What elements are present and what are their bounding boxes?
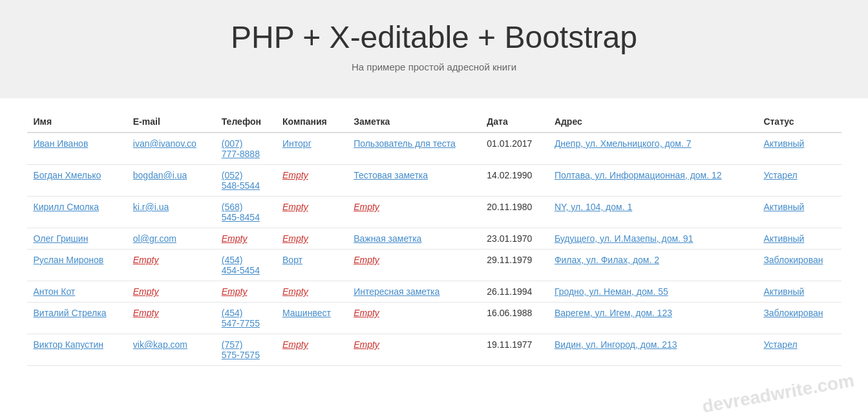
- row-phone-link[interactable]: (757) 575-7575: [222, 339, 260, 360]
- table-row: Виктор Капустинvik@kap.com(757) 575-7575…: [27, 334, 842, 366]
- row-note-link[interactable]: Интересная заметка: [354, 286, 439, 297]
- row-date: 01.01.2017: [480, 133, 548, 165]
- row-phone-link[interactable]: (568) 545-8454: [222, 202, 260, 222]
- row-note-empty[interactable]: Empty: [354, 255, 379, 265]
- col-status: Статус: [757, 111, 841, 133]
- row-date: 20.11.1980: [480, 197, 548, 228]
- row-phone-link[interactable]: (052) 548-5544: [222, 170, 260, 191]
- row-email-link[interactable]: bogdan@i.ua: [133, 170, 187, 180]
- table-container: Имя E-mail Телефон Компания Заметка Дата…: [14, 111, 854, 366]
- row-email-empty[interactable]: Empty: [133, 255, 159, 265]
- row-name-link[interactable]: Иван Иванов: [34, 138, 89, 149]
- row-address-link[interactable]: NY, ул. 104, дом. 1: [555, 202, 632, 212]
- row-note-empty[interactable]: Empty: [354, 339, 379, 350]
- row-note-empty[interactable]: Empty: [354, 202, 379, 212]
- row-name-link[interactable]: Олег Гришин: [34, 233, 89, 244]
- table-row: Кирилл Смолкаki.r@i.ua(568) 545-8454Empt…: [27, 197, 842, 228]
- row-note-empty[interactable]: Empty: [354, 308, 379, 318]
- row-name-link[interactable]: Кирилл Смолка: [34, 202, 99, 212]
- row-name-link[interactable]: Руслан Миронов: [34, 255, 104, 265]
- row-date: 29.11.1979: [480, 250, 548, 281]
- row-company-empty[interactable]: Empty: [282, 202, 308, 212]
- row-note-link[interactable]: Важная заметка: [354, 233, 421, 244]
- page-title: PHP + X-editable + Bootstrap: [13, 19, 855, 55]
- col-address: Адрес: [548, 111, 757, 133]
- row-date: 14.02.1990: [480, 165, 548, 197]
- header-section: PHP + X-editable + Bootstrap На примере …: [0, 0, 868, 98]
- row-email-link[interactable]: ivan@ivanov.co: [133, 138, 196, 149]
- row-status-link[interactable]: Заблокирован: [763, 255, 823, 265]
- row-name-link[interactable]: Виктор Капустин: [34, 339, 104, 350]
- row-address-link[interactable]: Варегем, ул. Игем, дом. 123: [555, 308, 672, 318]
- table-row: Богдан Хмелькоbogdan@i.ua(052) 548-5544E…: [27, 165, 842, 197]
- table-row: Олег Гришинol@gr.comEmptyEmptyВажная зам…: [27, 228, 842, 250]
- row-phone-empty[interactable]: Empty: [222, 286, 248, 297]
- row-date: 26.11.1994: [480, 281, 548, 303]
- col-name: Имя: [27, 111, 127, 133]
- row-address-link[interactable]: Видин, ул. Ингород, дом. 213: [555, 339, 677, 350]
- row-company-empty[interactable]: Empty: [282, 170, 308, 180]
- row-status-link[interactable]: Активный: [763, 233, 804, 244]
- table-row: Виталий СтрелкаEmpty(454) 547-7755Машинв…: [27, 303, 842, 334]
- table-row: Руслан МироновEmpty(454) 454-5454ВортEmp…: [27, 250, 842, 281]
- row-note-link[interactable]: Тестовая заметка: [354, 170, 428, 180]
- row-company-link[interactable]: Машинвест: [282, 308, 331, 318]
- row-status-link[interactable]: Заблокирован: [763, 308, 823, 318]
- row-company-link[interactable]: Ворт: [282, 255, 302, 265]
- row-address-link[interactable]: Днепр, ул. Хмельницкого, дом. 7: [555, 138, 692, 149]
- row-email-link[interactable]: vik@kap.com: [133, 339, 187, 350]
- row-phone-link[interactable]: (007) 777-8888: [222, 138, 260, 159]
- col-phone: Телефон: [215, 111, 276, 133]
- row-status-link[interactable]: Активный: [763, 202, 804, 212]
- row-company-empty[interactable]: Empty: [282, 286, 308, 297]
- table-row: Антон КотEmptyEmptyEmptyИнтересная замет…: [27, 281, 842, 303]
- row-status-link[interactable]: Активный: [763, 286, 804, 297]
- col-date: Дата: [480, 111, 548, 133]
- row-address-link[interactable]: Гродно, ул. Неман, дом. 55: [555, 286, 668, 297]
- row-name-link[interactable]: Виталий Стрелка: [34, 308, 107, 318]
- row-phone-empty[interactable]: Empty: [222, 233, 248, 244]
- row-date: 19.11.1977: [480, 334, 548, 366]
- table-row: Иван Ивановivan@ivanov.co(007) 777-8888И…: [27, 133, 842, 165]
- row-status-link[interactable]: Устарел: [763, 170, 797, 180]
- col-email: E-mail: [127, 111, 215, 133]
- row-company-empty[interactable]: Empty: [282, 233, 308, 244]
- row-status-link[interactable]: Устарел: [763, 339, 797, 350]
- row-note-link[interactable]: Пользователь для теста: [354, 138, 456, 149]
- row-email-empty[interactable]: Empty: [133, 286, 159, 297]
- row-address-link[interactable]: Полтава, ул. Информационная, дом. 12: [555, 170, 722, 180]
- table-header-row: Имя E-mail Телефон Компания Заметка Дата…: [27, 111, 842, 133]
- row-address-link[interactable]: Филах, ул. Филах, дом. 2: [555, 255, 659, 265]
- page-subtitle: На примере простой адресной книги: [13, 61, 855, 72]
- col-note: Заметка: [347, 111, 480, 133]
- row-name-link[interactable]: Антон Кот: [34, 286, 76, 297]
- row-phone-link[interactable]: (454) 547-7755: [222, 308, 260, 328]
- row-email-empty[interactable]: Empty: [133, 308, 159, 318]
- row-phone-link[interactable]: (454) 454-5454: [222, 255, 260, 275]
- row-address-link[interactable]: Будущего, ул. И.Мазепы, дом. 91: [555, 233, 693, 244]
- row-company-link[interactable]: Инторг: [282, 138, 312, 149]
- row-date: 16.06.1988: [480, 303, 548, 334]
- row-name-link[interactable]: Богдан Хмелько: [34, 170, 101, 180]
- col-company: Компания: [276, 111, 347, 133]
- address-book-table: Имя E-mail Телефон Компания Заметка Дата…: [27, 111, 842, 366]
- row-email-link[interactable]: ki.r@i.ua: [133, 202, 169, 212]
- row-company-empty[interactable]: Empty: [282, 339, 308, 350]
- row-status-link[interactable]: Активный: [763, 138, 804, 149]
- row-email-link[interactable]: ol@gr.com: [133, 233, 176, 244]
- row-date: 23.01.1970: [480, 228, 548, 250]
